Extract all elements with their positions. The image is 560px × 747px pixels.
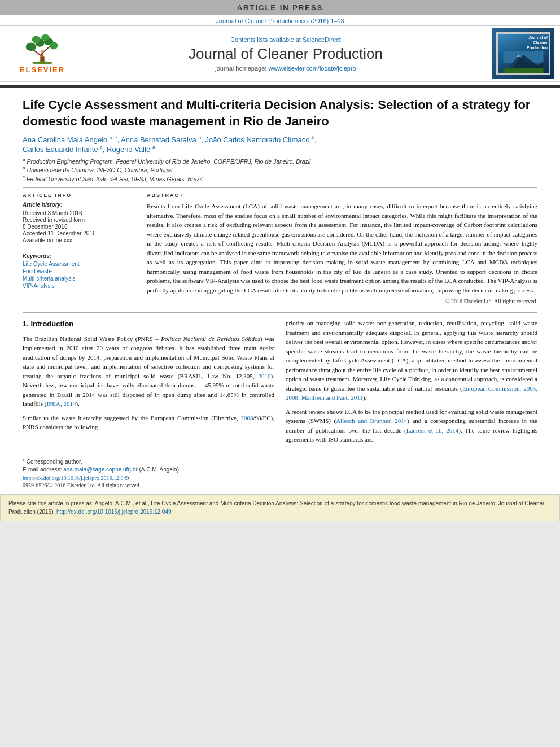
- intro-section-title: 1. Introduction: [23, 318, 274, 330]
- affil-b: Universidade de Coimbra, INESC-C, Coimbr…: [27, 167, 172, 173]
- affil-c: Federal University of São João del-Rei, …: [27, 175, 203, 182]
- doi-line: http://dx.doi.org/10.1016/j.jclepro.2016…: [23, 475, 537, 481]
- keyword-food: Food waste: [23, 268, 135, 274]
- citation-doi-link[interactable]: http://dx.doi.org/10.1016/j.jclepro.2016…: [56, 509, 171, 515]
- journal-header: Journal of Cleaner Production xxx (2016)…: [0, 15, 560, 86]
- ref-2010-link[interactable]: 2010: [259, 373, 271, 379]
- authors-line: Ana Carolina Maia Angelo a, *, Anna Bern…: [23, 135, 537, 154]
- svg-point-9: [41, 34, 50, 41]
- keyword-vip: VIP-Analysis: [23, 283, 135, 289]
- history-label: Article history:: [23, 202, 135, 208]
- intro-left-col: 1. Introduction The Brazilian National S…: [23, 318, 274, 449]
- journal-top-line: Journal of Cleaner Production xxx (2016)…: [0, 15, 560, 25]
- affil-a: Production Engineering Program, Federal …: [27, 158, 310, 164]
- abstract-col: ABSTRACT Results from Life Cycle Assessm…: [147, 193, 537, 304]
- abstract-copyright: © 2016 Elsevier Ltd. All rights reserved…: [147, 298, 537, 304]
- sciencedirect-link[interactable]: ScienceDirect: [303, 36, 341, 43]
- contents-avail: Contents lists available at ScienceDirec…: [79, 36, 492, 43]
- svg-point-8: [32, 36, 41, 43]
- received-revised-date: 8 December 2016: [23, 224, 135, 230]
- ref-ipea-link[interactable]: IPEA, 2014: [46, 400, 76, 407]
- intro-para-2: Similar to the waste hierarchy suggested…: [23, 413, 274, 432]
- journal-citation-link[interactable]: Journal of Cleaner Production xxx (2016)…: [216, 18, 344, 24]
- article-info-heading: ARTICLE INFO: [23, 193, 135, 198]
- available-online: Available online xxx: [23, 237, 135, 243]
- footnotes-area: * Corresponding author. E-mail address: …: [23, 455, 537, 473]
- svg-rect-17: [503, 68, 543, 73]
- intro-right-para-2: A recent review shows LCA to be the prin…: [286, 407, 537, 444]
- intro-two-col: 1. Introduction The Brazilian National S…: [23, 318, 537, 449]
- elsevier-tree-icon: [20, 33, 65, 64]
- article-in-press-banner: ARTICLE IN PRESS: [0, 0, 560, 15]
- svg-rect-11: [41, 53, 43, 56]
- bottom-copyright: 0959-6526/© 2016 Elsevier Ltd. All right…: [23, 482, 537, 488]
- citation-footer: Please cite this article in press as: An…: [0, 494, 560, 521]
- cleaner-prod-logo-inner: Journal of Cleaner Production: [496, 32, 550, 75]
- article-title: Life Cycle Assessment and Multi-criteria…: [23, 97, 537, 129]
- doi-link[interactable]: http://dx.doi.org/10.1016/j.jclepro.2016…: [23, 475, 129, 481]
- cleaner-prod-logo: Journal of Cleaner Production: [492, 28, 554, 79]
- intro-right-para-1: priority on managing solid waste: non-ge…: [286, 318, 537, 403]
- svg-point-1: [32, 62, 53, 65]
- journal-header-main: ELSEVIER Contents lists available at Sci…: [0, 25, 560, 82]
- corresponding-label: * Corresponding author.: [23, 458, 82, 465]
- abstract-text: Results from Life Cycle Assessment (LCA)…: [147, 202, 537, 295]
- ref-laurent-link[interactable]: Laurent et al., 2014: [406, 427, 458, 434]
- intro-right-text: priority on managing solid waste: non-ge…: [286, 318, 537, 444]
- keyword-lca: Life Cycle Assessment: [23, 261, 135, 267]
- keyword-multicriteria: Multi-criteria analysis: [23, 276, 135, 282]
- elsevier-label: ELSEVIER: [20, 65, 65, 74]
- svg-point-7: [50, 42, 58, 50]
- received-revised-label: Received in revised form: [23, 217, 135, 223]
- intro-left-text: The Brazilian National Solid Waste Polic…: [23, 334, 274, 432]
- intro-right-col: priority on managing solid waste: non-ge…: [286, 318, 537, 449]
- logo-text-overlay: Journal of Cleaner Production: [527, 35, 548, 50]
- svg-point-10: [41, 50, 44, 53]
- introduction-section: 1. Introduction The Brazilian National S…: [23, 312, 537, 449]
- banner-text: ARTICLE IN PRESS: [237, 3, 323, 12]
- page: ARTICLE IN PRESS Journal of Cleaner Prod…: [0, 0, 560, 521]
- email-suffix: (A.C.M. Angelo).: [139, 466, 180, 473]
- ref-allesch-link[interactable]: Allesch and Brunner, 2014: [336, 417, 407, 424]
- email-link[interactable]: ana.maia@sage.coppe.ufrj.br: [63, 466, 137, 473]
- ref-directive-link[interactable]: 2008: [240, 414, 253, 421]
- citation-text: Please cite this article in press as: An…: [8, 500, 544, 515]
- received-date: Received 3 March 2016: [23, 210, 135, 216]
- logo-mountain-icon: [501, 51, 546, 73]
- svg-point-4: [26, 43, 36, 51]
- email-label: E-mail address:: [23, 466, 62, 473]
- info-abstract-section: ARTICLE INFO Article history: Received 3…: [23, 187, 537, 304]
- ref-manfredi-link[interactable]: Manfredi and Pant, 2011: [301, 394, 363, 401]
- intro-para-1: The Brazilian National Solid Waste Polic…: [23, 334, 274, 409]
- journal-homepage: journal homepage: www.elsevier.com/locat…: [79, 65, 492, 72]
- article-body: Life Cycle Assessment and Multi-criteria…: [0, 88, 560, 488]
- elsevier-logo: ELSEVIER: [6, 33, 79, 74]
- homepage-link[interactable]: www.elsevier.com/locate/jclepro: [268, 65, 356, 72]
- email-note: E-mail address: ana.maia@sage.coppe.ufrj…: [23, 466, 537, 473]
- corresponding-note: * Corresponding author.: [23, 458, 537, 465]
- journal-main-title: Journal of Cleaner Production: [79, 45, 492, 63]
- journal-title-center: Contents lists available at ScienceDirec…: [79, 36, 492, 72]
- accepted-date: Accepted 11 December 2016: [23, 230, 135, 237]
- keywords-label: Keywords:: [23, 253, 135, 259]
- info-divider: [23, 248, 135, 248]
- affiliations: a Production Engineering Program, Federa…: [23, 157, 537, 182]
- article-info-col: ARTICLE INFO Article history: Received 3…: [23, 193, 135, 304]
- abstract-heading: ABSTRACT: [147, 193, 537, 198]
